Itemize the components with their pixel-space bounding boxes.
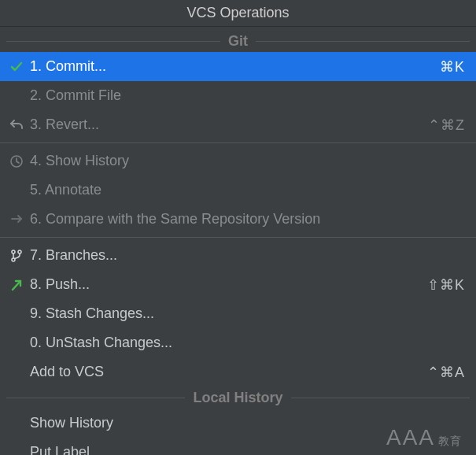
push-icon xyxy=(9,278,30,292)
menu-item-stash[interactable]: 9. Stash Changes... xyxy=(0,299,476,328)
menu-item-label: 5. Annotate xyxy=(30,182,465,198)
menu-item-compare[interactable]: 6. Compare with the Same Repository Vers… xyxy=(0,205,476,234)
divider xyxy=(6,398,185,398)
check-icon xyxy=(9,60,30,74)
menu-item-shortcut: ⇧⌘K xyxy=(427,276,465,294)
menu-item-label: Show History xyxy=(30,415,465,431)
menu-item-show-history[interactable]: 4. Show History xyxy=(0,146,476,176)
menu-item-push[interactable]: 8. Push... ⇧⌘K xyxy=(0,270,476,299)
window-titlebar: VCS Operations xyxy=(0,0,476,27)
menu-item-label: 7. Branches... xyxy=(30,247,465,264)
section-header-git: Git xyxy=(0,30,476,52)
svg-point-3 xyxy=(12,258,15,261)
menu-item-label: 1. Commit... xyxy=(30,58,440,75)
svg-point-4 xyxy=(18,250,21,253)
section-header-local-history: Local History xyxy=(0,387,476,409)
divider xyxy=(6,41,220,42)
section-label: Git xyxy=(220,33,256,50)
menu-item-label: Add to VCS xyxy=(30,364,427,380)
menu-item-revert[interactable]: 3. Revert... ⌃⌘Z xyxy=(0,110,476,139)
separator xyxy=(0,142,476,143)
menu-item-label: 0. UnStash Changes... xyxy=(30,335,465,351)
menu-item-commit-file[interactable]: 2. Commit File xyxy=(0,81,476,110)
menu-item-annotate[interactable]: 5. Annotate xyxy=(0,176,476,205)
menu-item-label: Put Label... xyxy=(30,444,465,455)
menu-item-local-show-history[interactable]: Show History xyxy=(0,409,476,438)
menu-item-branches[interactable]: 7. Branches... xyxy=(0,241,476,270)
divider xyxy=(291,398,470,398)
menu-item-shortcut: ⌘K xyxy=(440,58,465,76)
menu-item-label: 4. Show History xyxy=(30,153,465,169)
menu-item-label: 8. Push... xyxy=(30,276,427,293)
svg-line-5 xyxy=(13,281,20,290)
menu-item-label: 2. Commit File xyxy=(30,87,465,104)
compare-icon xyxy=(9,213,30,227)
menu-item-commit[interactable]: 1. Commit... ⌘K xyxy=(0,52,476,81)
window-title: VCS Operations xyxy=(186,5,289,21)
undo-icon xyxy=(9,118,30,132)
menu-item-unstash[interactable]: 0. UnStash Changes... xyxy=(0,328,476,357)
menu-item-put-label[interactable]: Put Label... xyxy=(0,438,476,455)
popup-panel: Git 1. Commit... ⌘K 2. Commit File 3. Re… xyxy=(0,27,476,455)
branch-icon xyxy=(9,249,30,263)
clock-icon xyxy=(9,154,30,168)
divider xyxy=(256,41,470,42)
menu-item-shortcut: ⌃⌘A xyxy=(427,364,465,381)
menu-item-label: 3. Revert... xyxy=(30,117,428,133)
svg-point-2 xyxy=(12,250,15,253)
menu-item-shortcut: ⌃⌘Z xyxy=(428,117,465,134)
separator xyxy=(0,237,476,238)
menu-item-label: 9. Stash Changes... xyxy=(30,305,465,322)
menu-item-add-to-vcs[interactable]: Add to VCS ⌃⌘A xyxy=(0,357,476,387)
section-label: Local History xyxy=(185,390,290,406)
menu-item-label: 6. Compare with the Same Repository Vers… xyxy=(30,211,465,228)
